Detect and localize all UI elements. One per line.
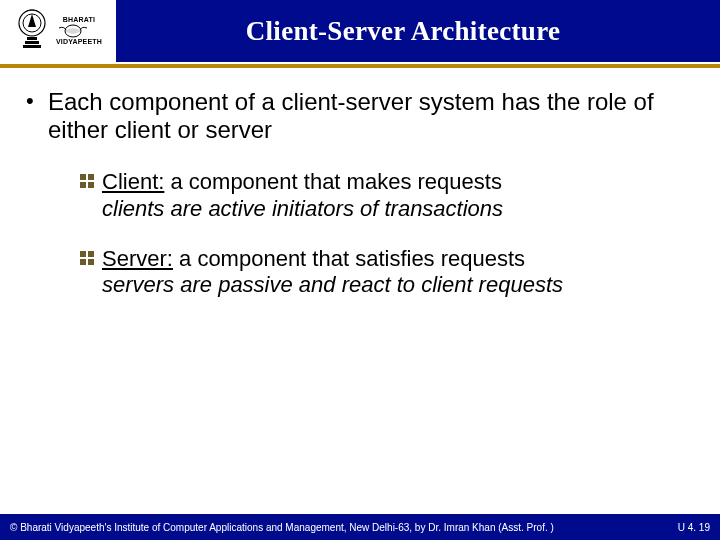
svg-rect-9 (88, 182, 94, 188)
list-item: Server: a component that satisfies reque… (80, 246, 694, 299)
leaf-icon (56, 24, 90, 38)
item-desc: a component that satisfies requests (173, 246, 525, 271)
item-italic: clients are active initiators of transac… (102, 196, 694, 222)
svg-rect-2 (27, 37, 37, 40)
svg-rect-12 (80, 259, 86, 265)
divider-gold (0, 64, 720, 68)
quad-bullet-icon (80, 174, 94, 188)
logo-text: BHARATI VIDYAPEETH (56, 16, 102, 45)
item-term: Client: (102, 169, 164, 194)
item-line1: Server: a component that satisfies reque… (102, 246, 525, 272)
footer-copyright: © Bharati Vidyapeeth's Institute of Comp… (10, 522, 554, 533)
svg-rect-4 (23, 45, 41, 48)
sub-list: Client: a component that makes requests … (80, 169, 694, 299)
svg-rect-11 (88, 251, 94, 257)
list-item: Client: a component that makes requests … (80, 169, 694, 222)
institute-logo: BHARATI VIDYAPEETH (0, 0, 116, 62)
main-bullet: • Each component of a client-server syst… (26, 88, 694, 143)
slide: BHARATI VIDYAPEETH Client-Server Archite… (0, 0, 720, 540)
svg-rect-8 (80, 182, 86, 188)
svg-rect-3 (25, 41, 39, 44)
logo-line-2: VIDYAPEETH (56, 38, 102, 46)
bullet-dot-icon: • (26, 88, 48, 143)
slide-title: Client-Server Architecture (116, 16, 720, 47)
slide-body: • Each component of a client-server syst… (26, 82, 694, 500)
header-bar: BHARATI VIDYAPEETH Client-Server Archite… (0, 0, 720, 62)
svg-rect-13 (88, 259, 94, 265)
main-bullet-text: Each component of a client-server system… (48, 88, 694, 143)
item-italic: servers are passive and react to client … (102, 272, 694, 298)
svg-rect-7 (88, 174, 94, 180)
logo-line-1: BHARATI (56, 16, 102, 24)
footer-page-number: U 4. 19 (678, 522, 710, 533)
crest-icon (14, 7, 50, 55)
item-term: Server: (102, 246, 173, 271)
svg-rect-6 (80, 174, 86, 180)
footer-bar: © Bharati Vidyapeeth's Institute of Comp… (0, 514, 720, 540)
item-desc: a component that makes requests (164, 169, 502, 194)
quad-bullet-icon (80, 251, 94, 265)
item-line1: Client: a component that makes requests (102, 169, 502, 195)
svg-rect-10 (80, 251, 86, 257)
